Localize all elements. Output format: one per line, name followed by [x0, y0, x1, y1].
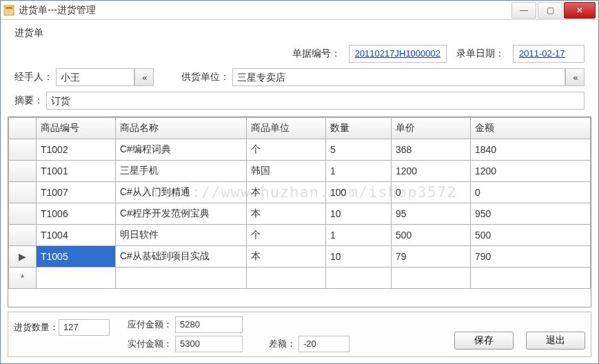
app-icon	[3, 5, 14, 16]
due-label: 应付金额：	[128, 318, 172, 331]
cell[interactable]: T1007	[37, 182, 116, 203]
grid-header-row: 商品编号 商品名称 商品单位 数量 单价 金额	[9, 118, 591, 139]
table-row[interactable]: T1002C#编程词典个53681840	[9, 139, 591, 161]
group-legend: 进货单	[14, 27, 585, 39]
qty-label: 进货数量：	[14, 321, 59, 334]
cell[interactable]: 本	[247, 246, 326, 267]
maximize-button[interactable]: ▢	[538, 2, 562, 19]
cell[interactable]: 本	[247, 203, 326, 225]
col-amount[interactable]: 金额	[471, 118, 591, 139]
table-row[interactable]: T1007C#从入门到精通本10000	[9, 182, 591, 203]
window-controls: — ▢ ✕	[511, 2, 596, 19]
cell[interactable]: 100	[326, 182, 392, 203]
cell[interactable]: 本	[247, 182, 326, 203]
handler-label: 经手人：	[14, 71, 53, 83]
cell[interactable]: 1200	[471, 161, 591, 182]
window-title: 进货单---进货管理	[19, 4, 96, 17]
supplier-picker-button[interactable]: «	[565, 68, 585, 86]
diff-label: 差额：	[269, 338, 296, 350]
cell[interactable]: 500	[392, 225, 471, 246]
footer-panel: 进货数量： 127 应付金额： 5280 实付金额： 5300 差额： -20 …	[8, 312, 591, 357]
cell[interactable]: C#从入门到精通	[116, 182, 247, 203]
due-value[interactable]: 5280	[175, 316, 243, 333]
col-qty[interactable]: 数量	[326, 118, 392, 139]
row-indicator	[9, 182, 37, 203]
exit-button[interactable]: 退出	[526, 332, 585, 350]
supplier-label: 供货单位：	[181, 71, 230, 83]
data-grid[interactable]: 商品编号 商品名称 商品单位 数量 单价 金额 T1002C#编程词典个5368…	[8, 117, 591, 307]
cell[interactable]: 1	[326, 161, 392, 182]
paid-value[interactable]: 5300	[175, 336, 243, 352]
window: { "title": "进货单---进货管理", "group_legend":…	[0, 0, 599, 364]
cell[interactable]: 0	[471, 182, 591, 203]
cell[interactable]: C#程序开发范例宝典	[116, 203, 247, 225]
cell[interactable]	[326, 267, 392, 289]
cell[interactable]: 1840	[471, 139, 591, 161]
cell[interactable]: 5	[326, 139, 392, 161]
summary-label: 摘要：	[14, 94, 43, 107]
doc-no-label: 单据编号：	[292, 48, 341, 60]
table-row[interactable]: T1001三星手机韩国112001200	[9, 161, 591, 182]
cell[interactable]	[116, 267, 247, 289]
table-row[interactable]: ▶T1005C#从基础到项目实战本1079790	[9, 246, 591, 267]
row-indicator	[9, 161, 37, 182]
paid-label: 实付金额：	[128, 338, 172, 350]
close-button[interactable]: ✕	[564, 2, 596, 19]
col-price[interactable]: 单价	[392, 118, 471, 139]
cell[interactable]: 500	[471, 225, 591, 246]
cell[interactable]: 个	[247, 139, 326, 161]
cell[interactable]: 368	[392, 139, 471, 161]
save-button[interactable]: 保存	[454, 332, 514, 350]
col-unit[interactable]: 商品单位	[247, 118, 326, 139]
doc-no-link[interactable]: 20110217JH1000002	[349, 45, 447, 63]
cell[interactable]	[247, 267, 326, 289]
row-indicator	[9, 203, 37, 225]
cell[interactable]: T1004	[37, 225, 116, 246]
cell[interactable]: T1005	[37, 246, 116, 267]
diff-value[interactable]: -20	[298, 336, 349, 352]
cell[interactable]: T1006	[37, 203, 116, 225]
cell[interactable]: C#从基础到项目实战	[116, 246, 247, 267]
summary-input[interactable]: 订货	[46, 92, 585, 110]
row-header-blank	[9, 118, 37, 139]
col-product-name[interactable]: 商品名称	[116, 118, 247, 139]
titlebar: 进货单---进货管理 — ▢ ✕	[1, 1, 598, 20]
row-indicator	[9, 225, 37, 246]
cell[interactable]: 1200	[392, 161, 471, 182]
cell[interactable]: T1001	[37, 161, 116, 182]
handler-picker-button[interactable]: «	[134, 68, 154, 86]
table-new-row[interactable]: *	[9, 267, 591, 289]
entry-date-label: 录单日期：	[456, 48, 505, 60]
minimize-button[interactable]: —	[511, 2, 536, 19]
cell[interactable]: T1002	[37, 139, 116, 161]
row-indicator: ▶	[9, 246, 37, 267]
cell[interactable]: 1	[326, 225, 392, 246]
cell[interactable]: 三星手机	[116, 161, 247, 182]
svg-rect-1	[6, 7, 12, 9]
cell[interactable]: 950	[471, 203, 591, 225]
cell[interactable]	[471, 267, 591, 289]
form-group: 进货单 单据编号： 20110217JH1000002 录单日期： 2011-0…	[8, 23, 591, 114]
cell[interactable]: 10	[326, 203, 392, 225]
col-product-id[interactable]: 商品编号	[37, 118, 116, 139]
row-indicator	[9, 139, 37, 161]
cell[interactable]: 79	[392, 246, 471, 267]
cell[interactable]: 韩国	[247, 161, 326, 182]
cell[interactable]: 10	[326, 246, 392, 267]
cell[interactable]: C#编程词典	[116, 139, 247, 161]
supplier-input[interactable]: 三星专卖店	[232, 68, 565, 86]
new-row-indicator: *	[9, 267, 37, 289]
cell[interactable]: 790	[471, 246, 591, 267]
qty-value[interactable]: 127	[59, 319, 110, 336]
cell[interactable]	[392, 267, 471, 289]
table-row[interactable]: T1004明日软件个1500500	[9, 225, 591, 246]
cell[interactable]	[37, 267, 116, 289]
cell[interactable]: 个	[247, 225, 326, 246]
cell[interactable]: 0	[392, 182, 471, 203]
cell[interactable]: 明日软件	[116, 225, 247, 246]
handler-input[interactable]: 小王	[56, 68, 134, 86]
entry-date-link[interactable]: 2011-02-17	[513, 45, 585, 63]
cell[interactable]: 95	[392, 203, 471, 225]
table-row[interactable]: T1006C#程序开发范例宝典本1095950	[9, 203, 591, 225]
